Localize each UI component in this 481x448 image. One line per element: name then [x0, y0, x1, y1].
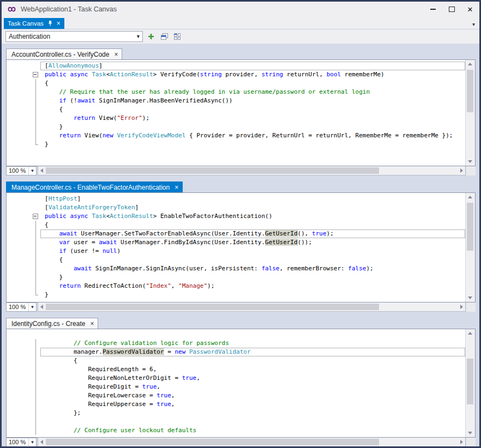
scroll-left-icon[interactable]: [40, 305, 43, 309]
scroll-left-icon[interactable]: [40, 440, 43, 444]
close-button[interactable]: ✕: [461, 2, 479, 17]
scrollbar-corner: [466, 302, 476, 312]
editor-margin: [7, 79, 32, 88]
code-editor[interactable]: [HttpPost][ValidateAntiForgeryToken]publ…: [7, 193, 465, 302]
outline-margin: [32, 229, 40, 238]
editor-margin: [7, 273, 32, 282]
vertical-scrollbar[interactable]: [465, 193, 475, 302]
scroll-right-icon[interactable]: [460, 440, 463, 444]
editor-margin: [7, 374, 32, 383]
editor-margin: [7, 426, 32, 435]
zoom-value: 100 %: [7, 438, 28, 446]
code-editor[interactable]: // Configure validation logic for passwo…: [7, 329, 465, 437]
outline-margin: [32, 131, 40, 140]
scroll-down-icon[interactable]: [468, 296, 472, 299]
scrollbar-thumb[interactable]: [467, 359, 473, 404]
task-group-value: Authentication: [6, 33, 134, 40]
scroll-right-icon[interactable]: [460, 168, 463, 173]
code-line: {: [7, 256, 465, 264]
editor-margin: [7, 290, 32, 299]
scroll-down-icon[interactable]: [468, 432, 472, 434]
scrollbar-thumb[interactable]: [46, 304, 379, 310]
zoom-value: 100 %: [7, 167, 28, 175]
zoom-dropdown-icon[interactable]: ▼: [28, 303, 36, 311]
zoom-dropdown-icon[interactable]: ▼: [28, 167, 36, 175]
editor-margin: [7, 123, 32, 131]
editor-margin: [7, 383, 32, 391]
scrollbar-thumb[interactable]: [467, 203, 473, 251]
zoom-select[interactable]: 100 % ▼: [6, 438, 37, 447]
editor-margin: [7, 221, 32, 229]
outline-margin: [32, 247, 40, 256]
pane-tab-accountcontroller[interactable]: AccountController.cs - VerifyCode ×: [6, 49, 122, 59]
code-line: }: [7, 290, 465, 299]
fold-toggle-icon[interactable]: [32, 212, 40, 221]
vertical-scrollbar[interactable]: [465, 60, 475, 166]
scrollbar-thumb[interactable]: [467, 70, 473, 112]
snippet-pane-verifycode: AccountController.cs - VerifyCode × [All…: [6, 49, 476, 175]
zoom-select[interactable]: 100 % ▼: [6, 302, 37, 312]
horizontal-scrollbar[interactable]: [38, 166, 466, 175]
task-group-combobox[interactable]: Authentication ▼: [5, 31, 143, 42]
add-task-icon[interactable]: [146, 32, 156, 41]
maximize-icon: [449, 7, 455, 12]
tab-close-icon[interactable]: ×: [114, 51, 118, 58]
scroll-up-icon[interactable]: [468, 332, 472, 335]
code-line: {: [7, 221, 465, 229]
tab-close-icon[interactable]: ×: [90, 320, 94, 327]
editor-margin: [7, 114, 32, 123]
combo-dropdown-icon[interactable]: ▼: [134, 34, 142, 39]
scroll-down-icon[interactable]: [468, 160, 472, 163]
scroll-up-icon[interactable]: [468, 196, 472, 198]
scrollbar-thumb[interactable]: [46, 167, 379, 174]
pane-tab-managecontroller[interactable]: ManageController.cs - EnableTwoFactorAut…: [6, 181, 183, 192]
outline-margin: [32, 383, 40, 391]
scroll-left-icon[interactable]: [40, 168, 43, 173]
parallel-windows-icon[interactable]: [159, 32, 169, 41]
task-canvas-content: AccountController.cs - VerifyCode × [All…: [2, 44, 479, 447]
zoom-dropdown-icon[interactable]: ▼: [28, 438, 36, 446]
outline-margin: [32, 365, 40, 374]
fold-toggle-icon[interactable]: [32, 70, 40, 79]
tool-tab-task-canvas[interactable]: Task Canvas ×: [4, 18, 64, 29]
pane-tab-label: IdentityConfig.cs - Create: [11, 320, 85, 328]
horizontal-scrollbar[interactable]: [38, 302, 466, 312]
code-line: if (!await SignInManager.HasBeenVerified…: [7, 96, 465, 105]
code-line: var user = await UserManager.FindByIdAsy…: [7, 238, 465, 247]
code-line: }: [7, 123, 465, 131]
chevron-down-icon[interactable]: ▾: [472, 21, 475, 27]
outline-margin: [32, 105, 40, 114]
editor-margin: [7, 62, 32, 70]
editor-margin: [7, 195, 32, 203]
tab-close-icon[interactable]: ×: [175, 184, 178, 191]
tab-close-icon[interactable]: ×: [57, 20, 61, 27]
grid-windows-icon[interactable]: [172, 32, 182, 41]
outline-margin: [32, 400, 40, 409]
zoom-select[interactable]: 100 % ▼: [6, 166, 37, 175]
editor-margin: [7, 348, 32, 356]
horizontal-scrollbar[interactable]: [38, 438, 466, 447]
maximize-button[interactable]: [442, 2, 461, 17]
code-line: // Configure user lockout defaults: [7, 426, 465, 435]
vertical-scrollbar[interactable]: [465, 329, 475, 437]
code-line: };: [7, 409, 465, 417]
code-line: [HttpPost]: [7, 195, 465, 203]
minimize-button[interactable]: [424, 2, 442, 17]
pane-tab-identityconfig[interactable]: IdentityConfig.cs - Create ×: [6, 318, 98, 329]
pin-icon[interactable]: [47, 20, 53, 27]
title-bar[interactable]: WebApplication1 - Task Canvas ✕: [2, 2, 479, 17]
code-line: await UserManager.SetTwoFactorEnabledAsy…: [7, 229, 465, 238]
editor-margin: [7, 391, 32, 400]
outline-margin: [32, 391, 40, 400]
code-editor[interactable]: [AllowAnonymous]public async Task<Action…: [7, 60, 465, 166]
editor-margin: [7, 400, 32, 409]
editor-margin: [7, 356, 32, 365]
code-line: return View(new VerifyCodeViewModel { Pr…: [7, 131, 465, 140]
scrollbar-thumb[interactable]: [46, 439, 379, 445]
outline-margin: [32, 409, 40, 417]
tool-tab-strip: Task Canvas × ▾: [2, 17, 479, 29]
editor-margin: [7, 238, 32, 247]
scroll-right-icon[interactable]: [460, 305, 463, 309]
scroll-up-icon[interactable]: [468, 63, 472, 65]
outline-margin: [32, 374, 40, 383]
